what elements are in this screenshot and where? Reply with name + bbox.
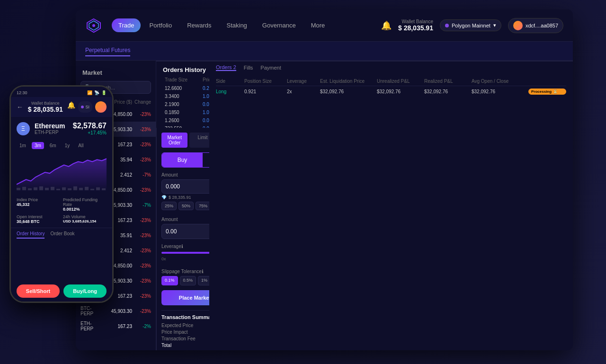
mobile-coin-ticker: ETH-PERP: [35, 130, 65, 135]
buy-sell-tabs: Buy Sell: [161, 152, 209, 168]
svg-rect-20: [96, 187, 100, 190]
nav-trade[interactable]: Trade: [112, 18, 141, 32]
mobile-stat-funding-rate: Predicted Funding Rate 0.0012%: [63, 197, 107, 212]
order-type-limit[interactable]: Limit: [189, 133, 209, 148]
mobile-coin-info: Ethereum ETH-PERP: [35, 122, 65, 135]
position-row: Long 0.921 2x $32,092.76 $32,092.76 $32,…: [216, 86, 566, 97]
mobile-stat-volume: 24h Volume USD 3,685,626,154: [63, 214, 107, 224]
percent-buttons: 25% 50% 75% MAX: [161, 202, 209, 210]
mobile-tf-6m[interactable]: 6m: [47, 142, 59, 149]
mobile-coin-section: Ξ Ethereum ETH-PERP $2,578.67 +17.45%: [11, 117, 112, 140]
mobile-tf-3m[interactable]: 3m: [32, 142, 44, 149]
header: Trade Portfolio Rewards Staking Governan…: [76, 9, 573, 42]
amount-usd-value: 0.000: [166, 183, 180, 190]
chevron-down-icon: ▾: [493, 22, 496, 28]
svg-rect-12: [51, 187, 54, 190]
mobile-bell-icon[interactable]: 🔔: [67, 101, 75, 113]
leverage-section: Leverage ℹ 1x 0x 10x: [161, 244, 209, 264]
mobile-stats: Index Price 45,332 Predicted Funding Rat…: [11, 194, 112, 228]
place-order-button[interactable]: Place Market Order: [161, 290, 209, 305]
order-type-market[interactable]: Market Order: [161, 133, 187, 148]
pct-75-btn[interactable]: 75%: [196, 202, 209, 210]
pct-50-btn[interactable]: 50%: [178, 202, 194, 210]
tx-summary-title: Transaction Summary: [161, 314, 209, 320]
sell-tab[interactable]: Sell: [203, 153, 209, 167]
user-account-badge[interactable]: xdcf....aa0857: [508, 18, 563, 33]
amount-usd-field[interactable]: 0.000 USD: [161, 179, 209, 194]
mobile-wallet-label: Wallet Balance: [27, 101, 63, 106]
mobile-back-button[interactable]: ←: [17, 103, 23, 111]
mobile-eth-icon: Ξ: [17, 122, 30, 135]
svg-rect-19: [90, 189, 94, 190]
mobile-timeframes: 1m 3m 6m 1y All: [11, 140, 112, 151]
market-sidebar-title: Market: [76, 65, 156, 79]
leverage-row: Leverage ℹ 1x: [161, 244, 209, 249]
market-row[interactable]: ETH-PERP 167.23 -2%: [76, 319, 156, 334]
market-row[interactable]: BTC-PERP 45,903.30 -23%: [76, 303, 156, 319]
pos-status-badge: Processing ⏳: [528, 89, 566, 95]
mobile-network-badge[interactable]: SI: [78, 101, 92, 113]
order-history-rows: 12.6600 0.2000 21:13:04 3.3400 1.0000 21…: [163, 84, 209, 128]
orders-history-section: Orders History Trade Size Price (USD) Ti…: [156, 61, 209, 128]
svg-point-2: [92, 24, 95, 27]
mobile-tab-order-history[interactable]: Order History: [17, 231, 45, 239]
positions-tabs-bar: Orders 2 Fills Payment: [209, 61, 573, 74]
slippage-options: 0.1% 0.5% 1% Other 2 %: [161, 276, 209, 285]
mobile-tf-1y[interactable]: 1y: [62, 142, 73, 149]
user-avatar: [513, 21, 523, 30]
mobile-time: 12:30: [17, 90, 27, 95]
mobile-tab-order-book[interactable]: Order Book: [50, 231, 74, 239]
mobile-device: 12:30 📶 📡 🔋 ← Wallet Balance $ 28,035.91…: [9, 85, 114, 303]
mobile-tf-1m[interactable]: 1m: [17, 142, 29, 149]
wallet-balance-display: Wallet Balance $ 28,035.91: [398, 19, 433, 32]
amount-usd-section: Amount 0.000 USD 💎 $ 28,335.91 25%: [161, 172, 209, 212]
user-address: xdcf....aa0857: [526, 23, 558, 28]
nav-rewards[interactable]: Rewards: [180, 18, 218, 32]
orders-history-title: Orders History: [163, 66, 209, 73]
slippage-01-btn[interactable]: 0.1%: [161, 276, 178, 285]
desktop-ui: Trade Portfolio Rewards Staking Governan…: [76, 9, 573, 350]
pct-25-btn[interactable]: 25%: [161, 202, 177, 210]
slippage-label: Slippage Tolerance: [161, 269, 202, 274]
perp-futures-bar: Perpetual Futures: [76, 42, 573, 61]
nav-staking[interactable]: Staking: [220, 18, 253, 32]
pos-tab-orders[interactable]: Orders 2: [216, 64, 236, 71]
order-history-row: 3.3400 1.0000 21:12:56: [163, 92, 209, 100]
mobile-tf-all[interactable]: All: [75, 142, 86, 149]
slippage-1-btn[interactable]: 1%: [198, 276, 209, 285]
order-history-row: 1.2600 0.0022 21:12:02: [163, 116, 209, 124]
amount-btc-field[interactable]: 0.00 ₿: [161, 224, 209, 239]
mobile-wallet-info: Wallet Balance $ 28,035.91: [27, 101, 63, 113]
positions-section: Orders 2 Fills Payment Side Position Siz…: [209, 61, 573, 350]
nav-items: Trade Portfolio Rewards Staking Governan…: [112, 18, 381, 32]
mobile-user-avatar[interactable]: [95, 101, 107, 113]
mobile-header-icons: 🔔 SI: [67, 101, 107, 113]
notification-bell-icon[interactable]: 🔔: [381, 20, 392, 31]
signal-icon: 📡: [94, 90, 99, 95]
svg-rect-18: [85, 187, 89, 190]
positions-table-header: Side Position Size Leverage Est. Liquida…: [216, 77, 566, 86]
tx-expected-price: Expected Price -: [161, 323, 209, 328]
network-dot: [445, 24, 449, 27]
mobile-buy-long-button[interactable]: Buy/Long: [63, 284, 107, 298]
nav-portfolio[interactable]: Portfolio: [143, 18, 178, 32]
perp-futures-tab[interactable]: Perpetual Futures: [85, 47, 130, 56]
buy-tab[interactable]: Buy: [162, 153, 203, 167]
slider-labels: 0x 10x: [161, 257, 209, 261]
svg-rect-8: [28, 188, 32, 190]
mobile-sell-short-button[interactable]: Sell/Short: [17, 284, 60, 298]
nav-more[interactable]: More: [304, 18, 332, 32]
leverage-slider[interactable]: [161, 252, 209, 254]
mobile-status-bar: 12:30 📶 📡 🔋: [11, 87, 112, 97]
svg-rect-16: [73, 186, 77, 190]
slippage-05-btn[interactable]: 0.5%: [180, 276, 196, 285]
pos-liq-price: $32,092.76: [320, 89, 377, 94]
pos-tab-payment[interactable]: Payment: [260, 65, 281, 71]
order-history-row: 2.1900 0.0022 21:12:34: [163, 100, 209, 108]
network-selector[interactable]: Polygon Mainnet ▾: [440, 19, 501, 31]
nav-governance[interactable]: Governance: [256, 18, 303, 32]
balance-display: 💎 $ 28,335.91: [161, 195, 209, 200]
svg-rect-13: [56, 189, 60, 190]
pos-unrealized: $32,092.76: [377, 89, 424, 94]
pos-tab-fills[interactable]: Fills: [244, 65, 253, 71]
